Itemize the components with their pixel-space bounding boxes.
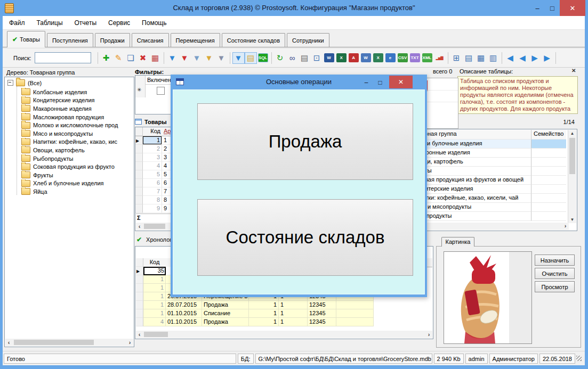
chrono-kod-cell[interactable]: 1 [143, 275, 166, 284]
nav-last-icon[interactable]: ▶ [541, 52, 553, 64]
groups-horizontal-scrollbar[interactable]: › [409, 223, 569, 230]
sql-panel-toggle-icon[interactable]: SQL [258, 53, 268, 62]
filter-panel-toggle-icon[interactable]: ▼ [232, 52, 245, 64]
scroll-down-icon[interactable]: ▼ [569, 216, 576, 223]
close-button[interactable]: ✕ [560, 0, 585, 16]
family-cell[interactable] [531, 212, 566, 221]
kod-column-header[interactable]: Код [143, 258, 166, 267]
goods-kod-cell[interactable]: 3 [143, 153, 162, 162]
filter-remove-icon[interactable]: ▼ [179, 52, 191, 64]
filter-add-icon[interactable]: ▼ [166, 52, 179, 64]
group-cell[interactable]: Напитки: кофейные, какао, кисели, чай [409, 194, 531, 203]
filter-enabled-checkbox[interactable] [157, 87, 165, 95]
family-cell[interactable] [531, 140, 566, 149]
chrono-cell[interactable]: 1 [249, 318, 279, 326]
goods-kod-cell[interactable]: 9 [143, 204, 162, 213]
groups-vertical-scrollbar[interactable]: ▲ ▼ [568, 130, 576, 223]
find-icon[interactable]: ∞ [286, 52, 299, 64]
group-cell[interactable]: Кондитерские изделия [409, 185, 531, 194]
tab-writeoffs[interactable]: Списания [132, 33, 169, 47]
chrono-cell[interactable] [336, 301, 374, 309]
group-cell[interactable]: Соковая продукция из фруктов и овощей [409, 176, 531, 185]
chronology-horizontal-scrollbar[interactable]: ‹ › [136, 331, 432, 338]
export-txt-icon[interactable]: TXT [410, 53, 420, 62]
tree-item[interactable]: Колбасные изделия [21, 88, 133, 96]
edit-record-icon[interactable]: ✎ [112, 52, 125, 64]
form-edit-icon[interactable]: ▤ [463, 52, 475, 64]
tab-goods[interactable]: ✔Товары [7, 31, 45, 47]
scrollbar-thumb[interactable] [14, 340, 94, 345]
group-cell[interactable]: Фрукты [409, 167, 531, 176]
chrono-cell[interactable]: 1 [279, 301, 308, 309]
tab-warehouse-state[interactable]: Состояние складов [222, 33, 285, 47]
resize-grip[interactable] [576, 356, 582, 361]
tree-item[interactable]: Яйца [21, 187, 133, 196]
scroll-left-icon[interactable]: ‹ [136, 331, 143, 338]
family-column-header[interactable]: Семейство [531, 130, 566, 140]
chrono-cell[interactable]: 12345 [308, 318, 336, 326]
export-csv-icon[interactable]: CSV [398, 53, 408, 62]
chrono-kod-cell[interactable]: 1 [143, 284, 166, 292]
menu-item-help[interactable]: Помощь [142, 19, 166, 27]
dialog-minimize-button[interactable]: – [360, 77, 372, 88]
chrono-cell[interactable]: 1 [249, 301, 279, 309]
grid-columns-icon[interactable]: ▥ [487, 52, 500, 64]
form-add-icon[interactable]: ⊞ [450, 52, 463, 64]
chrono-cell[interactable]: Продажа [202, 301, 249, 309]
menu-item-file[interactable]: Файл [9, 19, 25, 27]
nav-first-icon[interactable]: ◀ [504, 52, 517, 64]
group-cell[interactable]: Мясо и мясопродукты [409, 203, 531, 212]
filter-open-icon[interactable]: ▼ [203, 52, 215, 64]
tree-item[interactable]: Рыбопродукты [21, 154, 133, 163]
tree-item[interactable]: Овощи, картофель [21, 146, 133, 154]
chrono-cell[interactable]: 28.07.2015 [166, 301, 202, 309]
clear-button[interactable]: Очистить [535, 268, 575, 279]
goods-kod-cell[interactable]: 2 [143, 145, 162, 153]
assign-button[interactable]: Назначить [535, 255, 575, 266]
group-cell[interactable]: Рыбопродукты [409, 212, 531, 221]
tree-collapse-icon[interactable] [7, 80, 13, 86]
scrollbar-thumb[interactable] [144, 332, 168, 337]
tab-receipts[interactable]: Поступления [47, 33, 93, 47]
scroll-right-icon[interactable]: › [425, 331, 432, 338]
warehouse-state-button[interactable]: Состояние складов [197, 199, 413, 276]
group-cell[interactable]: Хлеб и булочные изделия [409, 140, 531, 149]
tree-item[interactable]: Масложировая продукция [21, 113, 133, 121]
menu-item-service[interactable]: Сервис [108, 19, 130, 27]
scroll-up-icon[interactable]: ▲ [569, 130, 576, 137]
tab-picture[interactable]: Картинка [441, 237, 474, 247]
tree-horizontal-scrollbar[interactable]: ‹ › [5, 339, 133, 346]
goods-kod-cell[interactable]: 5 [143, 170, 162, 179]
goods-kod-cell[interactable]: 4 [143, 162, 162, 170]
grid-settings-icon[interactable]: ▦ [475, 52, 487, 64]
export-xml-icon[interactable]: XML [422, 53, 432, 62]
family-cell[interactable] [531, 158, 566, 167]
chrono-cell[interactable] [336, 318, 374, 326]
export-excel-template-icon[interactable]: X [373, 53, 383, 62]
chrono-cell[interactable]: 1 [279, 309, 308, 318]
goods-kod-cell[interactable]: 1 [143, 136, 162, 145]
chrono-kod-cell[interactable]: 1 [143, 301, 166, 309]
delete-all-records-icon[interactable]: ▦ [149, 52, 162, 64]
refresh-icon[interactable]: ↻ [274, 52, 286, 64]
chrono-cell[interactable]: 12345 [308, 301, 336, 309]
group-cell[interactable]: Овощи, картофель [409, 158, 531, 167]
scroll-right-icon[interactable]: › [126, 339, 133, 346]
chrono-kod-cell[interactable]: 35 [143, 267, 166, 275]
tree-item[interactable]: Напитки: кофейные, какао, кис [21, 138, 133, 146]
goods-kod-cell[interactable]: 7 [143, 187, 162, 196]
chrono-kod-cell[interactable]: 1 [143, 292, 166, 301]
scrollbar-thumb[interactable] [569, 138, 575, 174]
scroll-right-icon[interactable]: › [562, 223, 569, 229]
export-word-icon[interactable]: W [324, 53, 334, 62]
chrono-cell[interactable]: Списание [202, 309, 249, 318]
chrono-cell[interactable]: 12345 [308, 309, 336, 318]
close-description-icon[interactable]: ✕ [571, 68, 576, 73]
kod-column-header[interactable]: Код [143, 127, 162, 136]
sale-button[interactable]: Продажа [197, 103, 413, 180]
chart-icon[interactable]: ▂▅▇ [433, 52, 446, 64]
dialog-close-button[interactable]: ✕ [389, 76, 413, 88]
menu-item-reports[interactable]: Отчеты [75, 19, 96, 27]
dialog-maximize-button[interactable]: □ [374, 77, 386, 88]
group-cell[interactable]: Макаронные изделия [409, 149, 531, 158]
